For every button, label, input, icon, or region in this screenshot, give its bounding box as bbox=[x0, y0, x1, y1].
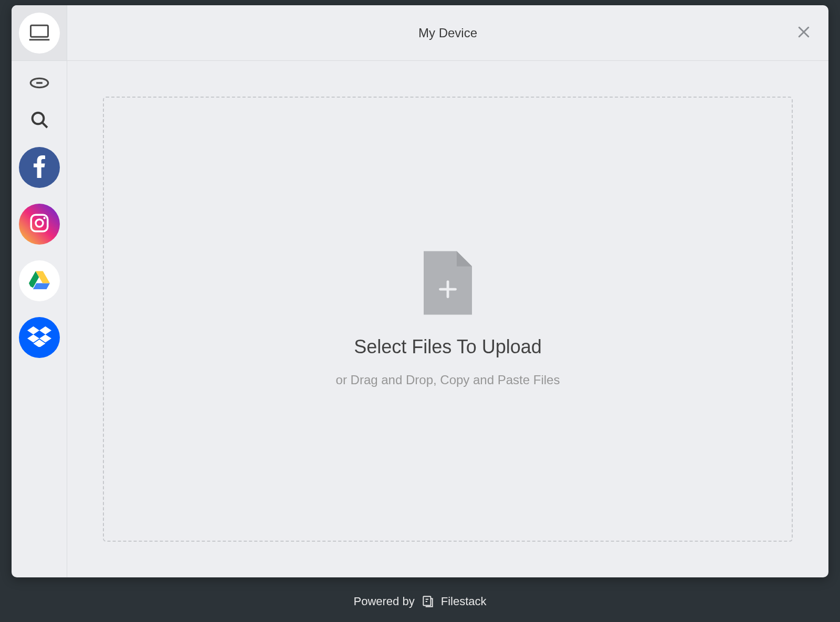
file-plus-icon bbox=[424, 251, 472, 317]
device-icon bbox=[28, 20, 51, 46]
dropbox-icon bbox=[27, 326, 51, 349]
svg-point-6 bbox=[32, 113, 44, 124]
dropzone-title: Select Files To Upload bbox=[354, 336, 542, 358]
modal-header: My Device bbox=[12, 5, 828, 61]
sidebar-item-google-drive[interactable] bbox=[19, 260, 60, 301]
search-icon bbox=[29, 109, 50, 132]
svg-rect-13 bbox=[423, 596, 430, 605]
my-device-source-active[interactable] bbox=[19, 13, 60, 54]
modal-title: My Device bbox=[67, 26, 828, 40]
google-drive-icon bbox=[29, 270, 50, 291]
link-icon bbox=[29, 72, 50, 96]
content-area: Select Files To Upload or Drag and Drop,… bbox=[67, 61, 828, 577]
instagram-icon bbox=[28, 212, 50, 236]
footer-powered-by: Powered by bbox=[354, 595, 415, 608]
sidebar-item-dropbox[interactable] bbox=[19, 317, 60, 358]
close-button[interactable] bbox=[794, 23, 814, 43]
file-picker-modal: My Device bbox=[12, 5, 828, 577]
header-sidebar-slot bbox=[12, 5, 67, 60]
file-dropzone[interactable]: Select Files To Upload or Drag and Drop,… bbox=[103, 97, 793, 542]
svg-point-10 bbox=[43, 217, 45, 219]
sidebar-item-facebook[interactable] bbox=[19, 147, 60, 188]
sidebar-item-search[interactable] bbox=[29, 110, 50, 131]
svg-rect-0 bbox=[30, 25, 48, 37]
filestack-logo-icon bbox=[421, 595, 435, 608]
sidebar-item-link[interactable] bbox=[29, 73, 50, 94]
dropzone-subtitle: or Drag and Drop, Copy and Paste Files bbox=[336, 373, 560, 387]
svg-line-7 bbox=[42, 123, 47, 128]
source-sidebar bbox=[12, 61, 67, 577]
footer-brand: Filestack bbox=[441, 595, 487, 608]
footer: Powered by Filestack bbox=[0, 581, 840, 622]
close-icon bbox=[796, 24, 812, 42]
svg-point-9 bbox=[36, 219, 43, 227]
modal-body: Select Files To Upload or Drag and Drop,… bbox=[12, 61, 828, 577]
facebook-icon bbox=[33, 155, 46, 180]
sidebar-item-instagram[interactable] bbox=[19, 204, 60, 245]
